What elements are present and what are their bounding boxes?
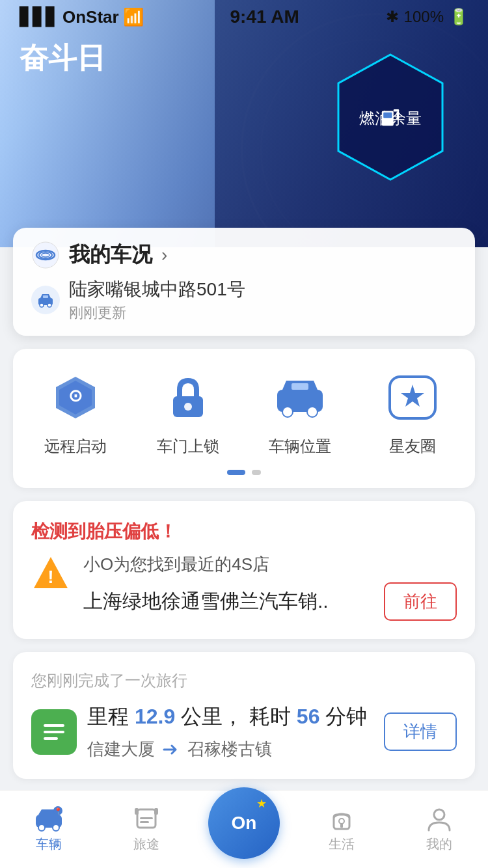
- location-update-time: 刚刚更新: [69, 303, 245, 323]
- actions-row: ⊙ 远程启动 车门上锁: [20, 368, 468, 457]
- hero-title: 奋斗日: [20, 39, 105, 77]
- car-status-card[interactable]: 我的车况 › 陆家嘴银城中路501号 刚刚更新: [13, 228, 475, 336]
- alert-body: ! 小O为您找到最近的4S店 上海绿地徐通雪佛兰汽车销.. 前往: [31, 553, 457, 621]
- svg-point-11: [40, 303, 44, 307]
- car-status-row: 我的车况 ›: [31, 241, 457, 269]
- svg-point-20: [282, 407, 293, 417]
- svg-point-12: [47, 303, 51, 307]
- life-nav-label: 生活: [329, 835, 355, 853]
- wifi-icon: 📶: [123, 7, 144, 27]
- remote-start-label: 远程启动: [44, 436, 107, 457]
- car-location-label: 车辆位置: [269, 436, 331, 457]
- alert-text-wrap: 小O为您找到最近的4S店 上海绿地徐通雪佛兰汽车销.. 前往: [83, 553, 457, 621]
- hex-content: 燃油余量: [359, 105, 422, 129]
- door-lock-icon-wrap: [156, 368, 221, 427]
- car-location-icon: [271, 372, 329, 424]
- store-name: 上海绿地徐通雪佛兰汽车销..: [83, 588, 329, 615]
- svg-marker-24: [401, 385, 424, 407]
- warning-icon: !: [31, 553, 70, 592]
- trip-main-text: 里程 12.9 公里， 耗时 56 分钟: [87, 703, 373, 731]
- trip-subtitle: 您刚刚完成了一次旅行: [31, 670, 457, 691]
- svg-point-18: [184, 403, 192, 411]
- svg-rect-39: [140, 821, 149, 823]
- alert-sub-text: 小O为您找到最近的4S店: [83, 553, 457, 576]
- trip-body: 里程 12.9 公里， 耗时 56 分钟 信建大厦 召稼楼古镇 详情: [31, 703, 457, 761]
- nav-mine[interactable]: 我的: [390, 806, 488, 853]
- tire-pressure-alert-card: 检测到胎压偏低！ ! 小O为您找到最近的4S店 上海绿地徐通雪佛兰汽车销.. 前…: [13, 501, 475, 639]
- door-lock-label: 车门上锁: [157, 436, 219, 457]
- svg-rect-42: [340, 824, 343, 828]
- on-button[interactable]: ★ On: [208, 787, 280, 859]
- location-address: 陆家嘴银城中路501号: [69, 277, 245, 302]
- car-location-icon-wrap: [267, 368, 332, 427]
- nav-on-center[interactable]: ★ On: [195, 787, 293, 869]
- hero-section: 奋斗日 燃油余量: [0, 0, 488, 247]
- nav-trip[interactable]: 旅途: [98, 806, 195, 853]
- fuel-hexagon: 燃油余量: [332, 52, 449, 182]
- pagination-dots: [20, 470, 468, 475]
- trip-to: 召稼楼古镇: [187, 738, 272, 761]
- star-circle-icon: [383, 372, 442, 424]
- duration-unit: 分钟: [325, 705, 367, 728]
- svg-rect-22: [291, 383, 308, 390]
- trip-duration: 56: [297, 705, 320, 728]
- go-button[interactable]: 前往: [384, 582, 457, 621]
- vehicle-nav-icon: 📍: [34, 806, 63, 832]
- location-text-wrap: 陆家嘴银城中路501号 刚刚更新: [69, 277, 245, 323]
- svg-rect-13: [43, 295, 48, 298]
- svg-rect-37: [154, 808, 158, 815]
- svg-point-21: [307, 407, 318, 417]
- dot-2: [252, 470, 261, 475]
- arrow-icon: [161, 743, 181, 756]
- star-circle-label: 星友圈: [389, 436, 436, 457]
- location-icon: [31, 286, 60, 314]
- chevron-right-icon[interactable]: ›: [161, 245, 167, 265]
- svg-rect-5: [383, 120, 392, 125]
- vehicle-nav-label: 车辆: [36, 835, 62, 853]
- action-car-location[interactable]: 车辆位置: [244, 368, 357, 457]
- location-row: 陆家嘴银城中路501号 刚刚更新: [31, 277, 457, 323]
- svg-point-43: [434, 809, 444, 820]
- detail-button[interactable]: 详情: [384, 712, 457, 751]
- star-circle-icon-wrap: [380, 368, 445, 427]
- svg-rect-38: [140, 817, 153, 819]
- status-bar: ▋▋▋ OnStar 📶 9:41 AM ✱ 100% 🔋: [0, 0, 488, 31]
- action-star-circle[interactable]: 星友圈: [357, 368, 469, 457]
- remote-start-icon: ⊙: [46, 372, 105, 424]
- trip-from: 信建大厦: [87, 738, 155, 761]
- svg-rect-29: [44, 737, 58, 740]
- mine-nav-icon: [425, 806, 454, 832]
- trip-nav-icon: [132, 806, 161, 832]
- nav-life[interactable]: 生活: [293, 806, 390, 853]
- trip-distance: 12.9: [135, 705, 175, 728]
- svg-point-41: [339, 819, 344, 824]
- svg-rect-36: [135, 808, 139, 815]
- trip-info: 里程 12.9 公里， 耗时 56 分钟 信建大厦 召稼楼古镇: [87, 703, 373, 761]
- duration-label: 耗时: [249, 705, 291, 728]
- bluetooth-icon: ✱: [386, 8, 399, 26]
- buick-logo: [31, 241, 60, 269]
- trip-nav-label: 旅途: [133, 835, 159, 853]
- battery-percent: 100%: [404, 8, 444, 26]
- svg-rect-28: [44, 731, 64, 733]
- carrier-signal: ▋▋▋ OnStar 📶: [20, 7, 144, 27]
- dot-1: [227, 470, 245, 475]
- nav-vehicle[interactable]: 📍 车辆: [0, 806, 98, 853]
- mine-nav-label: 我的: [426, 835, 452, 853]
- svg-point-32: [53, 824, 59, 831]
- on-text: On: [232, 814, 257, 832]
- alert-title: 检测到胎压偏低！: [31, 519, 457, 544]
- signal-bars: ▋▋▋: [20, 7, 59, 27]
- svg-text:!: !: [47, 567, 53, 587]
- fuel-pump-icon: [359, 105, 422, 129]
- action-door-lock[interactable]: 车门上锁: [132, 368, 245, 457]
- fuel-hex-container[interactable]: 燃油余量: [332, 52, 449, 182]
- svg-text:📍: 📍: [54, 807, 62, 815]
- action-remote-start[interactable]: ⊙ 远程启动: [20, 368, 132, 457]
- svg-rect-27: [44, 724, 64, 727]
- door-lock-icon: [159, 372, 217, 424]
- svg-rect-3: [394, 109, 399, 112]
- svg-point-31: [38, 824, 45, 831]
- carrier-name: OnStar: [62, 7, 119, 27]
- trip-icon: [31, 709, 77, 755]
